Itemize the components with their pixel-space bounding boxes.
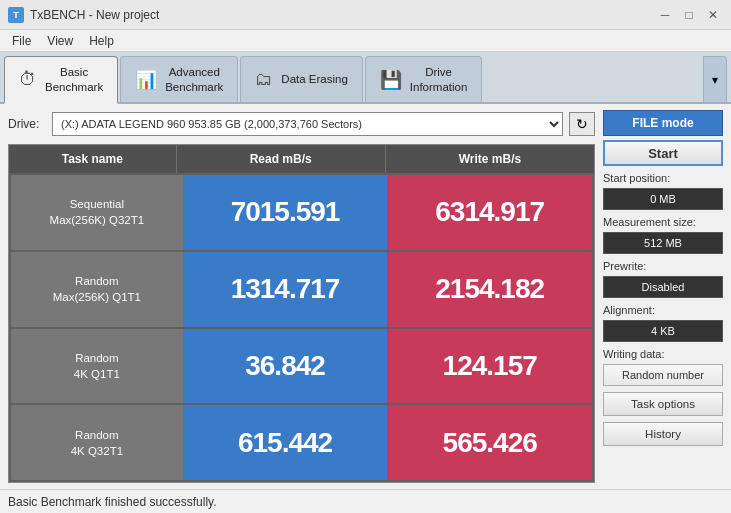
- drive-refresh-button[interactable]: ↻: [569, 112, 595, 136]
- alignment-value: 4 KB: [603, 320, 723, 342]
- table-row: Random4K Q1T1 36.842 124.157: [11, 329, 592, 404]
- tab-advanced-benchmark[interactable]: 📊 AdvancedBenchmark: [120, 56, 238, 102]
- row-write-0: 6314.917: [387, 175, 592, 250]
- row-read-3: 615.442: [183, 405, 388, 480]
- row-label-1: RandomMax(256K) Q1T1: [11, 252, 183, 327]
- drive-row: Drive: (X:) ADATA LEGEND 960 953.85 GB (…: [8, 110, 595, 138]
- writing-data-value: Random number: [603, 364, 723, 386]
- drive-select[interactable]: (X:) ADATA LEGEND 960 953.85 GB (2,000,3…: [52, 112, 563, 136]
- drive-label: Drive:: [8, 117, 46, 131]
- prewrite-label: Prewrite:: [603, 260, 723, 272]
- col-read: Read mB/s: [177, 145, 386, 173]
- table-row: SequentialMax(256K) Q32T1 7015.591 6314.…: [11, 175, 592, 250]
- file-mode-button[interactable]: FILE mode: [603, 110, 723, 136]
- basic-benchmark-icon: ⏱: [19, 69, 37, 90]
- row-write-2: 124.157: [387, 329, 592, 404]
- tab-drive-label: DriveInformation: [410, 65, 468, 95]
- prewrite-value: Disabled: [603, 276, 723, 298]
- title-bar: T TxBENCH - New project ─ □ ✕: [0, 0, 731, 30]
- results-table: Task name Read mB/s Write mB/s Sequentia…: [8, 144, 595, 483]
- start-position-value: 0 MB: [603, 188, 723, 210]
- table-body: SequentialMax(256K) Q32T1 7015.591 6314.…: [9, 173, 594, 482]
- alignment-label: Alignment:: [603, 304, 723, 316]
- tab-erasing-label: Data Erasing: [281, 72, 347, 87]
- window-title: TxBENCH - New project: [30, 8, 655, 22]
- menu-help[interactable]: Help: [81, 32, 122, 50]
- drive-information-icon: 💾: [380, 69, 402, 91]
- row-write-3: 565.426: [387, 405, 592, 480]
- row-label-0: SequentialMax(256K) Q32T1: [11, 175, 183, 250]
- table-row: Random4K Q32T1 615.442 565.426: [11, 405, 592, 480]
- start-position-label: Start position:: [603, 172, 723, 184]
- tab-advanced-label: AdvancedBenchmark: [165, 65, 223, 95]
- tab-dropdown-button[interactable]: ▾: [703, 56, 727, 102]
- right-panel: FILE mode Start Start position: 0 MB Mea…: [603, 110, 723, 483]
- chevron-down-icon: ▾: [712, 73, 718, 87]
- advanced-benchmark-icon: 📊: [135, 69, 157, 91]
- col-write: Write mB/s: [386, 145, 594, 173]
- row-read-2: 36.842: [183, 329, 388, 404]
- row-write-1: 2154.182: [387, 252, 592, 327]
- row-label-2: Random4K Q1T1: [11, 329, 183, 404]
- row-label-3: Random4K Q32T1: [11, 405, 183, 480]
- status-text: Basic Benchmark finished successfully.: [8, 495, 217, 509]
- minimize-button[interactable]: ─: [655, 5, 675, 25]
- app-icon: T: [8, 7, 24, 23]
- menu-file[interactable]: File: [4, 32, 39, 50]
- main-content: Drive: (X:) ADATA LEGEND 960 953.85 GB (…: [0, 104, 731, 489]
- menu-view[interactable]: View: [39, 32, 81, 50]
- close-button[interactable]: ✕: [703, 5, 723, 25]
- tab-bar: ⏱ BasicBenchmark 📊 AdvancedBenchmark 🗂 D…: [0, 52, 731, 104]
- row-read-1: 1314.717: [183, 252, 388, 327]
- table-row: RandomMax(256K) Q1T1 1314.717 2154.182: [11, 252, 592, 327]
- restore-button[interactable]: □: [679, 5, 699, 25]
- left-panel: Drive: (X:) ADATA LEGEND 960 953.85 GB (…: [8, 110, 595, 483]
- measurement-size-label: Measurement size:: [603, 216, 723, 228]
- menu-bar: File View Help: [0, 30, 731, 52]
- measurement-size-value: 512 MB: [603, 232, 723, 254]
- col-task-name: Task name: [9, 145, 177, 173]
- start-button[interactable]: Start: [603, 140, 723, 166]
- tab-basic-benchmark[interactable]: ⏱ BasicBenchmark: [4, 56, 118, 104]
- status-bar: Basic Benchmark finished successfully.: [0, 489, 731, 513]
- writing-data-label: Writing data:: [603, 348, 723, 360]
- tab-basic-label: BasicBenchmark: [45, 65, 103, 95]
- data-erasing-icon: 🗂: [255, 69, 273, 90]
- history-button[interactable]: History: [603, 422, 723, 446]
- tab-drive-information[interactable]: 💾 DriveInformation: [365, 56, 483, 102]
- row-read-0: 7015.591: [183, 175, 388, 250]
- task-options-button[interactable]: Task options: [603, 392, 723, 416]
- tab-data-erasing[interactable]: 🗂 Data Erasing: [240, 56, 362, 102]
- window-controls: ─ □ ✕: [655, 5, 723, 25]
- table-header: Task name Read mB/s Write mB/s: [9, 145, 594, 173]
